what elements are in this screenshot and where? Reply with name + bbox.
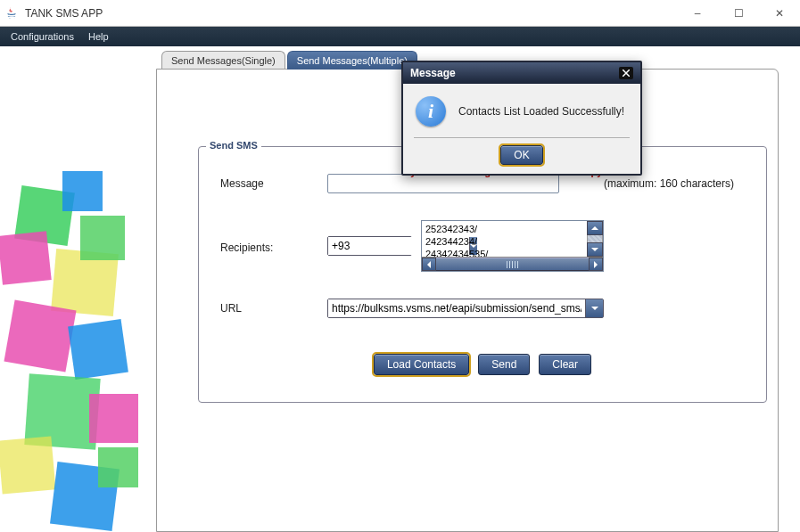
- dialog-buttons: OK: [403, 145, 640, 174]
- chevron-right-icon: [592, 261, 599, 268]
- recipients-label: Recipients:: [220, 238, 327, 254]
- send-sms-fieldset: Send SMS Synthetica - Unregistered Evalu…: [198, 146, 767, 403]
- recipients-list-box: 252342343/ 242344234/ 24342434535/: [421, 220, 604, 272]
- window-buttons: – ☐ ✕: [677, 0, 800, 26]
- list-item[interactable]: 252342343/: [425, 223, 583, 235]
- recipients-vscrollbar[interactable]: [587, 221, 603, 257]
- info-icon: i: [416, 96, 446, 127]
- url-label: URL: [220, 299, 327, 315]
- tab-send-single[interactable]: Send Messages(Single): [161, 51, 285, 70]
- dialog-titlebar[interactable]: Message: [403, 62, 640, 84]
- dialog-title: Message: [410, 67, 619, 79]
- close-icon: [623, 70, 630, 77]
- main-area: Send Messages(Single) Send Messages(Mult…: [0, 46, 800, 532]
- url-combo[interactable]: [327, 299, 604, 318]
- menu-configurations[interactable]: Configurations: [4, 31, 81, 42]
- scroll-track[interactable]: [587, 235, 603, 242]
- menu-help[interactable]: Help: [81, 31, 116, 42]
- clear-button[interactable]: Clear: [539, 354, 591, 375]
- max-chars-hint: (maximum: 160 characters): [604, 174, 734, 190]
- dialog-separator: [414, 137, 630, 138]
- recipients-hscrollbar[interactable]: [422, 257, 603, 271]
- url-dropdown-button[interactable]: [585, 299, 603, 317]
- java-icon: [5, 6, 20, 20]
- list-item[interactable]: 242344234/: [425, 235, 583, 248]
- window-title: TANK SMS APP: [25, 7, 677, 20]
- hscroll-track[interactable]: [436, 258, 589, 271]
- minimize-button[interactable]: –: [677, 0, 718, 26]
- recipients-list[interactable]: 252342343/ 242344234/ 24342434535/: [422, 221, 587, 257]
- chevron-down-icon: [591, 246, 598, 253]
- country-code-combo[interactable]: [327, 236, 412, 256]
- dialog-message: Contacts List Loaded Successfully!: [458, 105, 624, 118]
- window-titlebar: TANK SMS APP – ☐ ✕: [0, 0, 800, 27]
- message-dialog: Message i Contacts List Loaded Successfu…: [401, 61, 642, 176]
- chevron-up-icon: [591, 225, 598, 232]
- send-button[interactable]: Send: [478, 354, 530, 375]
- chevron-down-icon: [591, 305, 598, 312]
- menu-bar: Configurations Help: [0, 27, 800, 46]
- dialog-close-button[interactable]: [619, 67, 633, 79]
- load-contacts-button[interactable]: Load Contacts: [374, 354, 469, 375]
- tab-send-multiple[interactable]: Send Messages(Multiple): [287, 51, 417, 70]
- chevron-left-icon: [425, 261, 433, 268]
- dialog-ok-button[interactable]: OK: [500, 145, 542, 165]
- row-recipients: Recipients: 252342343/ 242344234/ 243: [220, 220, 745, 272]
- message-label: Message: [220, 174, 327, 190]
- dialog-body: i Contacts List Loaded Successfully!: [403, 84, 640, 130]
- close-window-button[interactable]: ✕: [759, 0, 800, 26]
- scroll-left-button[interactable]: [422, 258, 436, 271]
- scroll-up-button[interactable]: [587, 221, 603, 235]
- button-row: Load Contacts Send Clear: [220, 354, 745, 375]
- list-item[interactable]: 24342434535/: [425, 248, 583, 257]
- fieldset-legend: Send SMS: [206, 140, 261, 151]
- scroll-right-button[interactable]: [589, 258, 603, 271]
- decorative-sidebar: [0, 46, 156, 532]
- url-input[interactable]: [328, 299, 585, 317]
- row-url: URL: [220, 299, 745, 318]
- scroll-down-button[interactable]: [587, 242, 603, 257]
- maximize-button[interactable]: ☐: [718, 0, 759, 26]
